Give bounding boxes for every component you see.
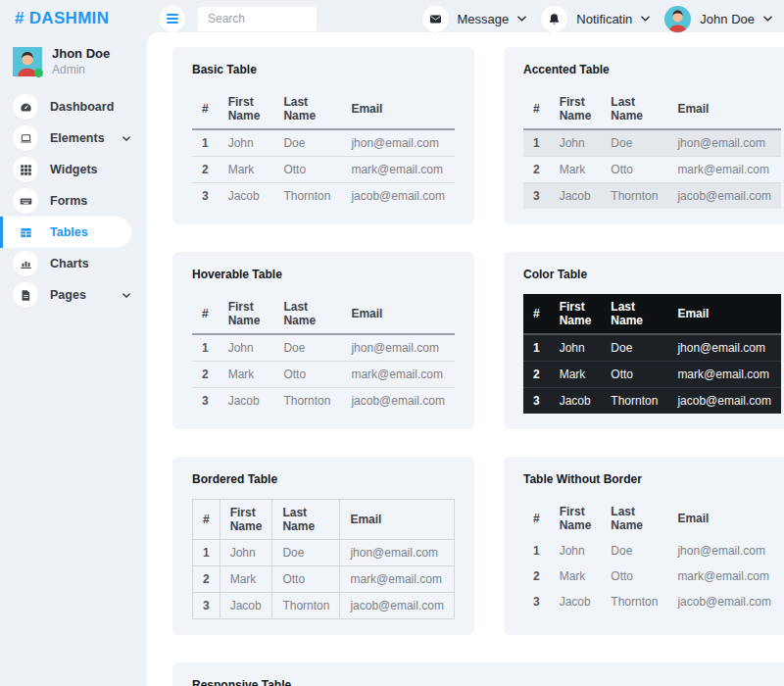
notification-label: Notificatin <box>576 12 632 26</box>
table-cell: Thornton <box>273 183 341 210</box>
table-cell: Doe <box>273 334 341 362</box>
table-header-row: #First NameLast NameEmail <box>523 294 781 334</box>
table-cell: jacob@email.com <box>340 593 455 619</box>
table-cell: John <box>219 129 274 157</box>
table-row[interactable]: 1JohnDoejhon@email.com <box>192 334 455 362</box>
table-row[interactable]: 3JacobThorntonjacob@email.com <box>192 388 455 415</box>
table-row: 1JohnDoejhon@email.com <box>523 538 781 564</box>
table-cell: Jacob <box>550 388 602 415</box>
column-header: Last Name <box>273 89 341 129</box>
card-title: Basic Table <box>192 63 455 76</box>
table-cell: mark@email.com <box>341 362 455 388</box>
table-row: 3JacobThorntonjacob@email.com <box>193 593 455 619</box>
sidebar-profile[interactable]: Jhon Doe Admin <box>0 45 147 78</box>
row-number: 3 <box>192 183 219 210</box>
table-cell: Doe <box>601 129 667 157</box>
table-cell: Otto <box>272 566 340 593</box>
charts-icon <box>13 251 38 276</box>
table-header-row: #First NameLast NameEmail <box>523 89 781 129</box>
sidebar-item-forms[interactable]: Forms <box>0 185 147 217</box>
card-accented-table: Accented Table #First NameLast NameEmail… <box>504 47 784 224</box>
widgets-icon <box>13 157 38 182</box>
accented-table: #First NameLast NameEmail1JohnDoejhon@em… <box>523 89 781 209</box>
column-header: Email <box>667 89 781 129</box>
table-cell: Jacob <box>219 388 274 415</box>
column-header: # <box>192 89 219 129</box>
user-name: John Doe <box>700 12 755 26</box>
sidebar-item-dashboard[interactable]: Dashboard <box>0 91 147 122</box>
row-number: 3 <box>523 589 550 614</box>
column-header: # <box>192 294 219 334</box>
sidebar-item-label: Tables <box>50 225 88 239</box>
menu-toggle-button[interactable] <box>159 6 185 32</box>
profile-role: Admin <box>52 63 110 77</box>
brand-logo[interactable]: # DASHMIN <box>15 9 140 28</box>
table-cell: John <box>550 129 602 157</box>
column-header: # <box>523 89 550 129</box>
column-header: Last Name <box>273 294 341 334</box>
column-header: Last Name <box>272 500 340 540</box>
table-cell: Doe <box>273 129 341 157</box>
column-header: # <box>193 500 220 540</box>
table-cell: Mark <box>550 362 602 388</box>
message-dropdown[interactable]: Message <box>422 6 527 32</box>
column-header: Email <box>341 89 455 129</box>
table-cell: Mark <box>550 157 602 183</box>
table-cell: Otto <box>273 362 341 388</box>
table-row[interactable]: 2MarkOttomark@email.com <box>192 362 455 388</box>
card-hoverable-table: Hoverable Table #First NameLast NameEmai… <box>172 252 474 429</box>
elements-icon <box>13 125 38 151</box>
envelope-icon <box>422 6 449 32</box>
column-header: Last Name <box>601 294 667 334</box>
row-number: 1 <box>523 334 550 362</box>
table-cell: Thornton <box>601 183 667 210</box>
card-responsive-table: Responsive Table #First NameLast NameEma… <box>172 662 784 686</box>
sidebar-item-tables[interactable]: Tables <box>0 217 131 248</box>
table-cell: Thornton <box>273 388 341 415</box>
sidebar-item-label: Dashboard <box>50 100 114 114</box>
basic-table: #First NameLast NameEmail1JohnDoejhon@em… <box>192 89 455 209</box>
column-header: First Name <box>219 294 274 334</box>
table-row: 3JacobThorntonjacob@email.com <box>523 183 781 210</box>
forms-icon <box>13 188 38 214</box>
table-cell: Jacob <box>219 183 274 210</box>
row-number: 1 <box>523 129 550 157</box>
sidebar-item-label: Charts <box>50 257 89 270</box>
table-cell: Otto <box>601 362 667 388</box>
table-without-border: #First NameLast NameEmail1JohnDoejhon@em… <box>523 499 781 614</box>
sidebar-nav: Dashboard Elements Widgets Forms <box>0 91 147 311</box>
column-header: First Name <box>550 89 602 129</box>
user-dropdown[interactable]: John Doe <box>664 6 772 32</box>
table-cell: Doe <box>272 540 340 566</box>
table-cell: Jacob <box>220 593 272 619</box>
table-cell: jhon@email.com <box>667 538 781 564</box>
online-status-dot <box>34 69 43 77</box>
message-label: Message <box>458 12 510 26</box>
table-cell: Thornton <box>272 593 340 619</box>
table-cell: jacob@email.com <box>667 183 781 210</box>
table-row: 1JohnDoejhon@email.com <box>523 334 781 362</box>
sidebar-item-widgets[interactable]: Widgets <box>0 154 147 185</box>
sidebar-item-label: Widgets <box>50 163 98 176</box>
sidebar-item-elements[interactable]: Elements <box>0 122 147 154</box>
table-cell: mark@email.com <box>340 566 455 593</box>
sidebar-item-pages[interactable]: Pages <box>0 279 147 311</box>
row-number: 3 <box>192 388 219 415</box>
table-cell: Mark <box>219 157 274 183</box>
card-title: Table Without Border <box>523 472 781 486</box>
table-row: 3JacobThorntonjacob@email.com <box>523 589 781 614</box>
row-number: 3 <box>523 388 550 415</box>
table-row: 1JohnDoejhon@email.com <box>523 129 781 157</box>
cards-grid: Basic Table #First NameLast NameEmail1Jo… <box>172 47 764 686</box>
row-number: 2 <box>192 362 219 388</box>
table-row: 2MarkOttomark@email.com <box>523 157 781 183</box>
column-header: Email <box>340 500 455 540</box>
row-number: 2 <box>523 564 550 589</box>
sidebar-item-charts[interactable]: Charts <box>0 248 147 279</box>
column-header: Email <box>667 294 781 334</box>
table-cell: Thornton <box>601 589 667 614</box>
notification-dropdown[interactable]: Notificatin <box>541 6 650 32</box>
search-input[interactable] <box>198 7 317 31</box>
table-cell: Otto <box>601 564 667 589</box>
card-title: Responsive Table <box>192 678 781 686</box>
